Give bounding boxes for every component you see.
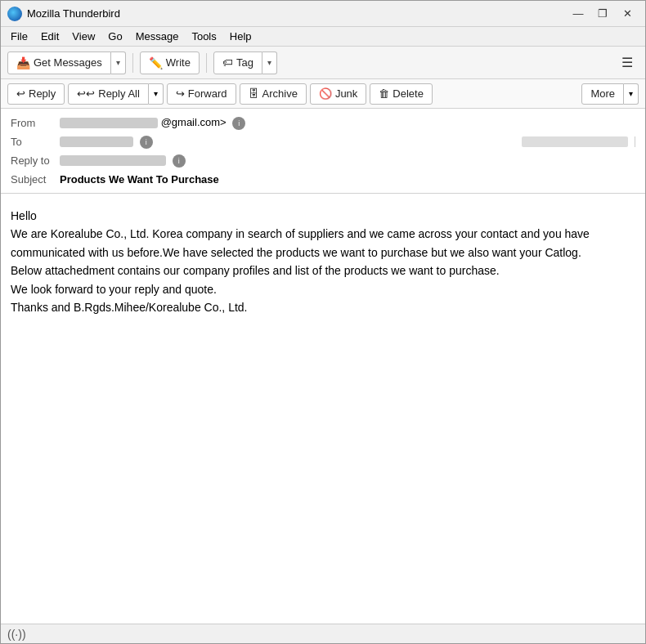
- tag-dropdown[interactable]: ▾: [262, 51, 277, 74]
- get-messages-group: 📥 Get Messages ▾: [7, 51, 126, 74]
- menu-tools[interactable]: Tools: [185, 29, 222, 44]
- reply-all-dropdown[interactable]: ▾: [149, 83, 164, 105]
- reply-all-button[interactable]: ↩↩ Reply All: [68, 83, 149, 105]
- get-messages-button[interactable]: 📥 Get Messages: [7, 51, 111, 74]
- get-messages-dropdown[interactable]: ▾: [111, 51, 126, 74]
- forward-icon: ↪: [176, 87, 185, 100]
- menu-go[interactable]: Go: [101, 29, 128, 44]
- app-logo: [7, 7, 22, 21]
- status-bar: ((·)): [1, 624, 645, 643]
- action-bar: ↩ Reply ↩↩ Reply All ▾ ↪ Forward 🗄 Archi…: [1, 79, 645, 109]
- more-button[interactable]: More: [581, 83, 624, 105]
- reply-to-label: Reply to: [11, 154, 60, 167]
- delete-label: Delete: [393, 87, 424, 100]
- reply-to-blur: [60, 155, 166, 166]
- forward-label: Forward: [188, 87, 227, 100]
- body-line-1: We are Korealube Co., Ltd. Korea company…: [11, 225, 635, 243]
- from-name-blur: [60, 118, 158, 128]
- from-contact-icon[interactable]: i: [232, 117, 245, 130]
- body-line-0: Hello: [11, 207, 635, 225]
- subject-row: Subject Products We Want To Purchase: [11, 170, 635, 188]
- body-line-3: Below attachedment contains our company …: [11, 262, 635, 280]
- maximize-button[interactable]: ❐: [591, 6, 614, 22]
- email-header: From @gmail.com> i To i Reply to i: [1, 109, 645, 194]
- extra-field-1: [522, 136, 628, 147]
- delete-button[interactable]: 🗑 Delete: [370, 83, 433, 105]
- minimize-button[interactable]: —: [567, 6, 590, 22]
- reply-to-value: i: [60, 154, 635, 168]
- get-messages-label: Get Messages: [34, 56, 102, 69]
- to-blur: [60, 136, 133, 147]
- reply-icon: ↩: [16, 87, 25, 100]
- reply-all-icon: ↩↩: [77, 87, 95, 100]
- wifi-icon: ((·)): [7, 628, 26, 641]
- get-messages-icon: 📥: [16, 56, 30, 69]
- to-value: i: [60, 135, 489, 149]
- archive-icon: 🗄: [249, 87, 259, 100]
- menu-help[interactable]: Help: [223, 29, 258, 44]
- menu-file[interactable]: File: [4, 29, 34, 44]
- title-bar: Mozilla Thunderbird — ❐ ✕: [1, 1, 645, 27]
- menu-view[interactable]: View: [65, 29, 101, 44]
- to-label: To: [11, 136, 60, 148]
- subject-value: Products We Want To Purchase: [60, 173, 635, 186]
- forward-button[interactable]: ↪ Forward: [167, 83, 236, 105]
- reply-all-label: Reply All: [98, 87, 140, 100]
- delete-icon: 🗑: [379, 87, 389, 100]
- reply-all-group: ↩↩ Reply All ▾: [68, 83, 164, 105]
- body-line-4: We look forward to your reply and quote.: [11, 280, 635, 298]
- from-row: From @gmail.com> i: [11, 114, 635, 132]
- junk-icon: 🚫: [319, 87, 332, 100]
- from-email: @gmail.com>: [161, 116, 227, 128]
- archive-label: Archive: [262, 87, 298, 100]
- junk-button[interactable]: 🚫 Junk: [310, 83, 366, 105]
- reply-to-row: Reply to i: [11, 151, 635, 170]
- reply-button[interactable]: ↩ Reply: [7, 83, 65, 105]
- menu-bar: File Edit View Go Message Tools Help: [1, 27, 645, 47]
- to-row: To i: [11, 132, 635, 151]
- extra-divider: [635, 136, 635, 147]
- menu-edit[interactable]: Edit: [34, 29, 65, 44]
- reply-label: Reply: [29, 87, 56, 100]
- more-label: More: [590, 87, 615, 100]
- more-dropdown[interactable]: ▾: [624, 83, 639, 105]
- close-button[interactable]: ✕: [616, 6, 639, 22]
- toolbar-sep-1: [132, 53, 133, 73]
- toolbar-sep-2: [206, 53, 207, 73]
- body-line-2: communicated with us before.We have sele…: [11, 244, 635, 262]
- archive-button[interactable]: 🗄 Archive: [240, 83, 307, 105]
- more-group: More ▾: [581, 83, 639, 105]
- main-window: Mozilla Thunderbird — ❐ ✕ File Edit View…: [0, 0, 646, 644]
- write-button[interactable]: ✏️ Write: [140, 51, 200, 74]
- to-contact-icon[interactable]: i: [140, 136, 153, 149]
- junk-label: Junk: [335, 87, 357, 100]
- hamburger-button[interactable]: ☰: [616, 51, 639, 74]
- tag-icon: 🏷: [222, 56, 233, 69]
- from-value: @gmail.com> i: [60, 116, 635, 130]
- body-line-5: Thanks and B.Rgds.Mihee/Korealube Co., L…: [11, 298, 635, 316]
- write-icon: ✏️: [149, 56, 163, 69]
- from-label: From: [11, 117, 60, 129]
- reply-to-contact-icon[interactable]: i: [173, 154, 186, 168]
- subject-label: Subject: [11, 173, 60, 186]
- tag-label: Tag: [236, 56, 253, 69]
- tag-button[interactable]: 🏷 Tag: [213, 51, 262, 74]
- window-controls: — ❐ ✕: [567, 6, 639, 22]
- window-title: Mozilla Thunderbird: [27, 7, 567, 20]
- tag-group: 🏷 Tag ▾: [213, 51, 277, 74]
- menu-message[interactable]: Message: [129, 29, 186, 44]
- main-toolbar: 📥 Get Messages ▾ ✏️ Write 🏷 Tag ▾ ☰: [1, 47, 645, 79]
- write-label: Write: [166, 56, 191, 69]
- email-body: Hello We are Korealube Co., Ltd. Korea c…: [1, 194, 645, 624]
